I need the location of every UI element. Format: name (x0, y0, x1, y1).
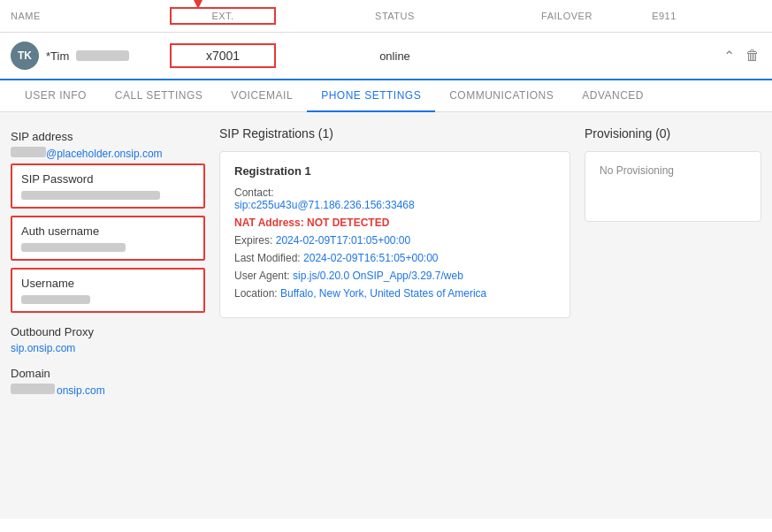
tab-user-info[interactable]: USER INFO (11, 80, 101, 112)
provisioning-title: Provisioning (0) (585, 126, 761, 141)
col-header-failover: FAILOVER (514, 11, 620, 21)
delete-button[interactable]: 🗑 (744, 46, 761, 65)
user-name-cell: TK *Tim (11, 42, 170, 70)
contact-value: sip:c255u43u@71.186.236.156:33468 (234, 199, 415, 211)
tab-call-settings[interactable]: CALL SETTINGS (101, 80, 217, 112)
no-provisioning-text: No Provisioning (600, 164, 746, 177)
col-header-ext: EXT. (170, 7, 276, 25)
username-label: Username (21, 277, 195, 290)
user-status: online (276, 49, 514, 63)
registration-title: Registration 1 (234, 164, 555, 178)
auth-username-field: Auth username (11, 216, 205, 261)
user-name: *Tim (46, 49, 69, 63)
user-agent-field: User Agent: sip.js/0.20.0 OnSIP_App/3.29… (234, 270, 555, 282)
domain-label: Domain (11, 367, 205, 380)
provisioning-card: No Provisioning (585, 151, 761, 222)
location-field: Location: Buffalo, New York, United Stat… (234, 287, 555, 300)
user-ext: x7001 (170, 43, 276, 68)
username-field: Username (11, 268, 205, 313)
tab-phone-settings[interactable]: PHONE SETTINGS (307, 80, 435, 112)
expires-field: Expires: 2024-02-09T17:01:05+00:00 (234, 234, 555, 247)
tab-advanced[interactable]: ADVANCED (568, 80, 658, 112)
col-header-name: NAME (11, 11, 170, 21)
sip-password-field: SIP Password (11, 163, 205, 209)
sip-password-value (21, 191, 160, 200)
right-panel: Provisioning (0) No Provisioning (585, 126, 761, 505)
outbound-proxy-value[interactable]: sip.onsip.com (11, 342, 205, 354)
tab-voicemail[interactable]: VOICEMAIL (217, 80, 307, 112)
left-panel: SIP address @placeholder.onsip.com SIP P… (11, 126, 205, 505)
middle-panel: SIP Registrations (1) Registration 1 Con… (219, 126, 570, 505)
tabs-bar: USER INFO CALL SETTINGS VOICEMAIL PHONE … (0, 80, 772, 112)
sip-address-value[interactable]: @placeholder.onsip.com (11, 147, 205, 160)
auth-username-label: Auth username (21, 224, 195, 238)
username-value (21, 295, 90, 304)
outbound-proxy-label: Outbound Proxy (11, 325, 205, 338)
content-area: SIP address @placeholder.onsip.com SIP P… (0, 112, 772, 519)
contact-field: Contact: sip:c255u43u@71.186.236.156:334… (234, 186, 555, 211)
registration-card: Registration 1 Contact: sip:c255u43u@71.… (219, 151, 570, 318)
user-name-blurred (76, 50, 129, 61)
arrow-icon (187, 0, 236, 9)
col-header-status: STATUS (276, 11, 514, 21)
sip-address-label: SIP address (11, 130, 205, 143)
sip-registrations-title: SIP Registrations (1) (219, 126, 570, 141)
table-header: NAME EXT. STATUS FAILOVER E911 (0, 0, 772, 33)
auth-username-value (21, 243, 126, 252)
sip-password-label: SIP Password (21, 172, 195, 186)
tab-communications[interactable]: COMMUNICATIONS (435, 80, 568, 112)
collapse-button[interactable]: ⌃ (722, 46, 737, 66)
avatar: TK (11, 42, 39, 70)
user-actions: ⌃ 🗑 (708, 46, 761, 66)
last-modified-field: Last Modified: 2024-02-09T16:51:05+00:00 (234, 252, 555, 264)
domain-value: onsip.com (11, 384, 205, 397)
nat-warning: NAT Address: NOT DETECTED (234, 217, 555, 229)
user-row: TK *Tim x7001 online ⌃ 🗑 (0, 33, 772, 80)
col-header-e911: E911 (620, 11, 708, 21)
